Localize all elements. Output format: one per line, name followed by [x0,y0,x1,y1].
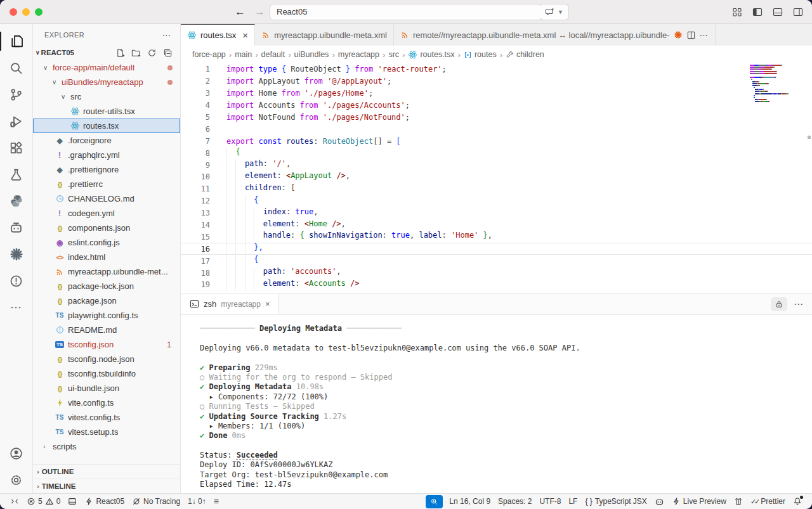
editor-tab-1[interactable]: routes.tsx× [181,24,255,46]
status-zoom-indicator[interactable] [426,495,443,508]
status-notifications[interactable] [789,495,806,508]
code-line-19[interactable]: 19element: <Accounts /> [181,279,812,291]
status-remote-indicator[interactable] [6,495,23,508]
file-tree-item-scripts[interactable]: ›scripts [33,439,180,454]
code-line-1[interactable]: 1import type { RouteObject } from 'react… [181,63,812,75]
activity-explorer-icon[interactable] [3,28,30,55]
breadcrumb-item-main[interactable]: main [235,50,252,59]
new-file-icon[interactable] [115,48,125,58]
command-center-search[interactable]: React05 [270,4,542,20]
file-tree-item-index-html[interactable]: <>index.html [33,250,180,264]
breadcrumb-item-force-app[interactable]: force-app [192,50,226,59]
file-tree-item-ui-bundle-json[interactable]: {}ui-bundle.json [33,381,180,396]
close-window-button[interactable] [10,8,17,16]
timeline-section[interactable]: ›TIMELINE [33,479,180,493]
terminal-output[interactable]: ──────────── Deploying Metadata ────────… [181,315,812,493]
activity-extensions-icon[interactable] [3,134,30,161]
breadcrumb-item-children[interactable]: children [506,50,544,59]
status-tasks-menu[interactable]: ≡ [210,495,223,508]
activity-python-icon[interactable] [3,188,30,214]
breadcrumb-item-routes[interactable]: routes [464,50,497,59]
toggle-sidebar-icon[interactable] [752,7,763,17]
status-panel-toggle[interactable] [64,495,81,508]
file-tree-item-force-app-main-default[interactable]: ∨force-app/main/default [33,60,180,75]
file-tree-item-src[interactable]: ∨src [33,89,180,104]
maximize-window-button[interactable] [35,8,43,16]
status-eol[interactable]: LF [565,495,581,508]
split-editor-icon[interactable] [686,30,696,40]
status-live-preview[interactable]: Live Preview [668,495,730,508]
code-line-9[interactable]: 9path: '/', [181,159,812,171]
breadcrumb-item-src[interactable]: src [388,50,399,59]
file-tree-item-routes-tsx[interactable]: routes.tsx [33,119,180,133]
breadcrumb-item-routes-tsx[interactable]: routes.tsx [408,50,454,60]
status-sync[interactable]: 1↓ 0↑ [184,495,210,508]
terminal-close-icon[interactable]: × [265,299,270,309]
code-line-7[interactable]: 7export const routes: RouteObject[] = [ [181,135,812,147]
terminal-tab[interactable]: zsh myreactapp × [181,293,278,314]
close-tab-icon[interactable]: × [242,30,248,41]
activity-salesforce-icon[interactable] [3,241,30,267]
minimize-window-button[interactable] [22,8,30,16]
file-tree-item-uibundles-myreactapp[interactable]: ∨uiBundles/myreactapp [33,75,180,89]
file-tree-item--prettierrc[interactable]: {}.prettierrc [33,177,180,191]
forward-button[interactable]: → [254,6,265,18]
copilot-chat-button[interactable]: ▼ [540,4,569,20]
status-copilot[interactable] [651,495,668,508]
activity-issues-icon[interactable] [3,267,30,294]
status-problems[interactable]: 50 [23,495,64,508]
status-org-alias[interactable]: React05 [81,495,128,508]
activity-run-debug-icon[interactable] [3,108,30,134]
code-line-17[interactable]: 17{ [181,255,812,267]
breadcrumb-item-myreactapp[interactable]: myreactapp [338,50,379,59]
status-language-mode[interactable]: { }TypeScript JSX [581,495,650,508]
activity-account-icon[interactable] [3,440,30,467]
file-tree-item-tsconfig-node-json[interactable]: {}tsconfig.node.json [33,352,180,366]
editor-tab-3[interactable]: remote//myreactapp.uibundle-meta.xml ↔ l… [394,24,716,46]
code-line-5[interactable]: 5import NotFound from './pages/NotFound'… [181,112,812,124]
code-line-18[interactable]: 18path: 'accounts', [181,267,812,279]
status-vitest[interactable] [730,495,747,508]
code-line-14[interactable]: 14element: <Home />, [181,219,812,231]
status-prettier[interactable]: ✓✓Prettier [747,495,789,508]
file-tree-item-tsconfig-tsbuildinfo[interactable]: {}tsconfig.tsbuildinfo [33,366,180,381]
activity-settings-icon[interactable] [3,467,30,493]
panel-more-icon[interactable]: ⋯ [794,299,803,310]
explorer-section-react05[interactable]: ∨ REACT05 [33,45,180,60]
file-tree-item-components-json[interactable]: {}components.json [33,221,180,235]
explorer-more-icon[interactable]: ⋯ [162,30,171,40]
file-tree-item-tsconfig-json[interactable]: TStsconfig.json1 [33,337,180,352]
editor-scrollbar[interactable] [808,136,811,139]
code-line-3[interactable]: 3import Home from './pages/Home'; [181,87,812,100]
file-tree-item--forceignore[interactable]: ◆.forceignore [33,133,180,148]
file-tree-item-myreactapp-uibundle-met-[interactable]: myreactapp.uibundle-met... [33,264,180,279]
file-tree-item-vite-config-ts[interactable]: vite.config.ts [33,396,180,410]
code-line-13[interactable]: 13index: true, [181,207,812,219]
activity-more-icon[interactable]: ⋯ [3,294,30,321]
toggle-panel-icon[interactable] [773,7,783,17]
code-line-2[interactable]: 2import AppLayout from '@/appLayout'; [181,75,812,87]
status-cursor-position[interactable]: Ln 16, Col 9 [445,495,494,508]
code-line-12[interactable]: 12{ [181,195,812,207]
file-tree-item-readme-md[interactable]: README.md [33,323,180,337]
file-tree-item-codegen-yml[interactable]: !codegen.yml [33,206,180,221]
file-tree-item-package-lock-json[interactable]: {}package-lock.json [33,279,180,293]
refresh-icon[interactable] [147,48,157,58]
toggle-secondary-sidebar-icon[interactable] [793,7,803,17]
file-tree-item--graphqlrc-yml[interactable]: !.graphqlrc.yml [33,148,180,162]
file-tree-item-router-utils-tsx[interactable]: router-utils.tsx [33,104,180,119]
code-line-15[interactable]: 15handle: { showInNavigation: true, labe… [181,231,812,243]
activity-source-control-icon[interactable] [3,81,30,108]
activity-chat-icon[interactable] [3,214,30,241]
file-tree-item-vitest-setup-ts[interactable]: TSvitest.setup.ts [33,425,180,439]
activity-testing-icon[interactable] [3,161,30,188]
breadcrumb-item-default[interactable]: default [261,50,285,59]
code-line-4[interactable]: 4import Accounts from './pages/Accounts'… [181,100,812,112]
tab-more-icon[interactable]: ⋯ [700,30,709,40]
file-tree-item--prettierignore[interactable]: ◆.prettierignore [33,162,180,177]
code-line-11[interactable]: 11children: [ [181,183,812,195]
file-tree-item-package-json[interactable]: {}package.json [33,293,180,308]
file-tree-item-playwright-config-ts[interactable]: TSplaywright.config.ts [33,308,180,323]
code-editor[interactable]: 1import type { RouteObject } from 'react… [181,63,812,293]
collapse-all-icon[interactable] [163,48,173,58]
